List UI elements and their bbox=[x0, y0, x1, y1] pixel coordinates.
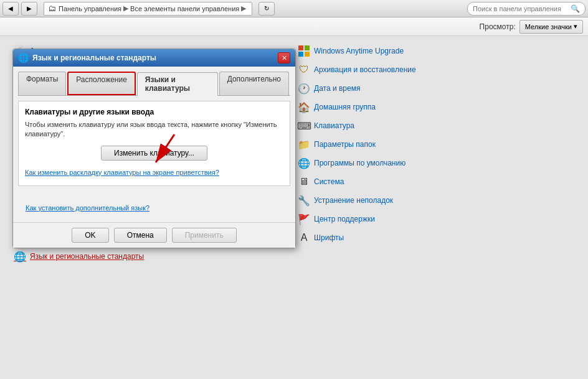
back-button[interactable]: ◀ bbox=[2, 2, 19, 16]
view-mode-label: Мелкие значки bbox=[525, 23, 572, 30]
dialog-title: Язык и региональные стандарты bbox=[32, 54, 156, 62]
dialog-panel: Клавиатуры и другие языки ввода Чтобы из… bbox=[18, 101, 290, 186]
view-label: Просмотр: bbox=[480, 22, 516, 31]
toolbar: Просмотр: Мелкие значки ▾ bbox=[0, 17, 588, 36]
ok-button[interactable]: OK bbox=[72, 228, 108, 243]
breadcrumb2: Все элементы панели управления bbox=[130, 5, 239, 12]
search-icon: 🔍 bbox=[571, 4, 580, 13]
dialog-title-bar: 🌐 Язык и региональные стандарты ✕ bbox=[13, 49, 295, 67]
change-keyboard-button[interactable]: Изменить клавиатуру... bbox=[101, 146, 207, 161]
section-desc: Чтобы изменить клавиатуру или язык ввода… bbox=[25, 120, 283, 139]
modal-overlay: 🌐 Язык и региональные стандарты ✕ Формат… bbox=[0, 36, 588, 379]
apply-button[interactable]: Применить bbox=[172, 228, 237, 243]
section-title: Клавиатуры и другие языки ввода bbox=[25, 108, 283, 116]
search-input[interactable] bbox=[473, 5, 571, 12]
main-area: ☕JavaWindows Anytime Upgrade🔧Администрир… bbox=[0, 36, 588, 379]
view-mode-button[interactable]: Мелкие значки ▾ bbox=[519, 20, 583, 34]
breadcrumb-separator1: ▶ bbox=[123, 4, 128, 12]
dialog-title-text: 🌐 Язык и региональные стандарты bbox=[18, 53, 156, 63]
keyboard-layout-link[interactable]: Как изменить раскладку клавиатуры на экр… bbox=[25, 169, 219, 176]
tab-formats[interactable]: Форматы bbox=[18, 72, 66, 95]
address-bar[interactable]: 🗂 Панель управления ▶ Все элементы панел… bbox=[44, 2, 252, 16]
content-area: ☕JavaWindows Anytime Upgrade🔧Администрир… bbox=[0, 36, 588, 379]
dialog-close-button[interactable]: ✕ bbox=[278, 52, 290, 63]
view-mode-chevron: ▾ bbox=[574, 22, 577, 30]
bottom-link-area: Как установить дополнительный язык? bbox=[18, 199, 290, 217]
title-bar-left: ◀ ▶ 🗂 Панель управления ▶ Все элементы п… bbox=[2, 2, 275, 16]
search-wrap: 🔍 bbox=[467, 2, 586, 16]
refresh-button[interactable]: ↻ bbox=[258, 2, 275, 16]
dialog: 🌐 Язык и региональные стандарты ✕ Формат… bbox=[12, 49, 296, 248]
install-language-link[interactable]: Как установить дополнительный язык? bbox=[26, 204, 149, 212]
tab-bar: Форматы Расположение Языки и клавиатуры … bbox=[18, 72, 290, 96]
title-bar: ◀ ▶ 🗂 Панель управления ▶ Все элементы п… bbox=[0, 0, 588, 17]
tab-location[interactable]: Расположение bbox=[67, 72, 136, 95]
dialog-body: Форматы Расположение Языки и клавиатуры … bbox=[13, 67, 295, 222]
dialog-buttons: OK Отмена Применить bbox=[13, 222, 295, 248]
tab-additional[interactable]: Дополнительно bbox=[219, 72, 289, 95]
breadcrumb1: Панель управления bbox=[59, 5, 121, 12]
cancel-button[interactable]: Отмена bbox=[114, 228, 167, 243]
tab-languages[interactable]: Языки и клавиатуры bbox=[137, 72, 218, 96]
forward-button[interactable]: ▶ bbox=[21, 2, 37, 16]
breadcrumb-separator2: ▶ bbox=[241, 4, 246, 12]
